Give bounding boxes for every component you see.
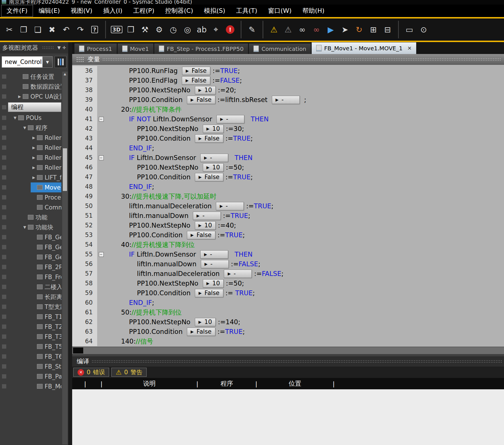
watch-value-box[interactable]: ▶10 [195, 318, 216, 326]
watch-value-box[interactable]: ▶False [187, 328, 215, 336]
menu-item[interactable]: 控制器(C) [160, 5, 198, 16]
expand-arrow-icon[interactable]: ▶ [31, 175, 37, 180]
sidebar-item[interactable]: Process1 [0, 192, 61, 202]
code-line[interactable]: 6150://提升机下降到位 [72, 307, 504, 317]
code-line[interactable]: 55−IF LiftIn.DownSensor ▶- THEN [72, 249, 504, 259]
zoom-icon[interactable]: ⊙ [416, 22, 431, 38]
sidebar-item[interactable]: FB_Passw [0, 371, 61, 381]
editor-tab[interactable]: FB_Move1 - Move1.MOVE_1✕ [312, 42, 416, 54]
watch-value-box[interactable]: ▶- [200, 154, 228, 162]
sidebar-item[interactable]: FB_Gene [0, 232, 61, 242]
window-layout-icon[interactable]: ❒ [124, 22, 138, 38]
cut-icon[interactable]: ✂ [2, 22, 16, 38]
errors-tab[interactable]: ✕ 0 错误 [73, 368, 109, 377]
watch-value-box[interactable]: ▶- [200, 250, 228, 259]
menu-item[interactable]: 插入(I) [98, 5, 128, 16]
sidebar-item[interactable]: ▶Roller_flo [0, 153, 61, 163]
variables-header[interactable]: 变量 [72, 54, 504, 65]
sidebar-item[interactable]: 任务设置 [0, 72, 61, 82]
expand-arrow-icon[interactable]: ▶ [31, 165, 37, 170]
code-line[interactable]: 50liftIn.manualDeceleration ▶-:=TRUE; [72, 201, 504, 211]
watch-value-box[interactable]: ▶- [224, 270, 252, 278]
menu-item[interactable]: 模拟(S) [199, 5, 230, 16]
watch-value-box[interactable]: ▶10 [203, 125, 224, 133]
sidebar-item[interactable]: 二楼入库 [0, 282, 61, 292]
code-line[interactable]: 51liftIn.manualDown ▶-:=TRUE; [72, 211, 504, 221]
expand-arrow-icon[interactable]: ▶ [31, 155, 37, 160]
watch-value-box[interactable]: ▶10 [195, 86, 216, 94]
menu-item[interactable]: 工程(P) [128, 5, 159, 16]
sidebar-item[interactable]: FB_T5_2 [0, 342, 61, 352]
code-line[interactable]: 44END_IF; [72, 143, 504, 153]
code-line[interactable]: 53PP100.Condition ▶False:=TRUE; [72, 230, 504, 240]
code-line[interactable]: 45−IF LiftIn.DownSensor ▶- THEN [72, 153, 504, 163]
watch-value-box[interactable]: ▶False [182, 76, 210, 85]
code-line[interactable]: 57liftIn.manualDeceleration ▶-:=FALSE; [72, 269, 504, 278]
step-icon[interactable]: ➤ [338, 22, 352, 38]
code-line[interactable]: 39PP100.Condition ▶False:=liftIn.sbReset… [72, 95, 504, 105]
code-line[interactable]: 42PP100.NextStepNo ▶10:=30; [72, 124, 504, 134]
watch-value-box[interactable]: ▶False [187, 231, 215, 239]
expand-arrow-icon[interactable]: ▶ [31, 136, 37, 140]
sidebar-item[interactable]: FB_Step [0, 361, 61, 371]
st-code-editor[interactable]: 36PP100.RunFlag ▶False:=TRUE;37PP100.End… [72, 65, 504, 347]
watch-value-box[interactable]: ▶- [216, 115, 244, 123]
code-line[interactable]: 38PP100.NextStepNo ▶10:=20; [72, 85, 504, 95]
editor-tab[interactable]: Communication [249, 43, 311, 54]
code-line[interactable]: 4020://提升机下降条件 [72, 105, 504, 114]
code-line[interactable]: 43PP100.Condition ▶False:=TRUE; [72, 134, 504, 143]
help-icon[interactable]: ? [88, 22, 102, 38]
code-line[interactable]: 58PP100.NextStepNo ▶10:=50; [72, 278, 504, 288]
sidebar-item[interactable]: Communi [0, 202, 61, 212]
sidebar-item[interactable]: FB_T2_8 [0, 322, 61, 332]
editor-tab[interactable]: Process1 [74, 43, 117, 54]
watch-value-box[interactable]: ▶- [216, 202, 244, 210]
code-line[interactable]: 48END_IF; [72, 182, 504, 192]
scroll-up-icon[interactable]: ▲ [62, 72, 68, 77]
fold-collapse-icon[interactable]: − [99, 117, 104, 122]
sidebar-item[interactable]: FB_T1_8 [0, 312, 61, 322]
menu-item[interactable]: 帮助(H) [297, 5, 330, 16]
expand-arrow-icon[interactable]: ▼ [22, 126, 28, 130]
panel-splitter[interactable] [68, 42, 72, 445]
paste-icon[interactable]: ❏ [31, 22, 45, 38]
menu-item[interactable]: 编辑(E) [34, 5, 65, 16]
menu-item[interactable]: 工具(T) [231, 5, 263, 16]
sidebar-item[interactable]: ▼POUs [0, 113, 61, 123]
editor-tab[interactable]: Move1 [118, 43, 153, 54]
watch-value-box[interactable]: ▶- [201, 260, 229, 268]
code-line[interactable]: 63PP100.Condition ▶False:=TRUE; [72, 327, 504, 336]
horizontal-scrollbar[interactable] [72, 347, 504, 354]
sync-icon[interactable]: ↻ [352, 22, 366, 38]
pin-icon[interactable]: ✛ [62, 45, 66, 50]
copy-icon[interactable]: ❐ [16, 22, 31, 38]
sidebar-item[interactable]: FB_T6_7 [0, 352, 61, 361]
close-icon[interactable]: ✕ [407, 45, 412, 51]
code-line[interactable]: 37PP100.EndFlag ▶False:=FALSE; [72, 76, 504, 85]
code-line[interactable]: 47PP100.Condition ▶False:=TRUE; [72, 172, 504, 182]
sidebar-item[interactable]: FB_Gene [0, 252, 61, 262]
run-mode-icon[interactable]: ▶ [324, 22, 338, 38]
sidebar-item[interactable]: Move1 [0, 182, 61, 192]
edit-mode-icon[interactable]: ✎ [245, 22, 259, 38]
code-line[interactable]: 4930://提升机慢速下降,可以加延时 [72, 192, 504, 201]
cross-reference-icon[interactable]: ◎ [180, 22, 195, 38]
watch-value-box[interactable]: ▶- [272, 96, 300, 104]
search-variable-icon[interactable]: ◷ [166, 22, 180, 38]
watch-tab-icon[interactable]: ab [195, 22, 209, 38]
watch-value-box[interactable]: ▶False [182, 67, 211, 75]
monitor-icon[interactable]: ∞ [295, 22, 309, 38]
code-line[interactable]: 36PP100.RunFlag ▶False:=TRUE; [72, 66, 504, 76]
chevron-down-icon[interactable]: ▼ [57, 45, 61, 50]
undo-icon[interactable]: ↶ [59, 22, 73, 38]
sidebar-item[interactable]: ▶Roller_Bu [0, 143, 61, 153]
sidebar-section-programming[interactable]: 编程 [0, 102, 61, 113]
region-select-icon[interactable]: ▭ [402, 22, 416, 38]
code-line[interactable]: 56liftIn.manualDown ▶-:=FALSE; [72, 259, 504, 269]
menu-item[interactable]: 文件(F) [1, 5, 33, 17]
code-line[interactable]: 60END_IF; [72, 298, 504, 307]
sidebar-item[interactable]: ▶LIFT_floo [0, 172, 61, 182]
delete-icon[interactable]: ✖ [45, 22, 59, 38]
warnings-tab[interactable]: ⚠ 0 警告 [111, 368, 147, 377]
scrollbar-thumb[interactable] [73, 348, 83, 353]
